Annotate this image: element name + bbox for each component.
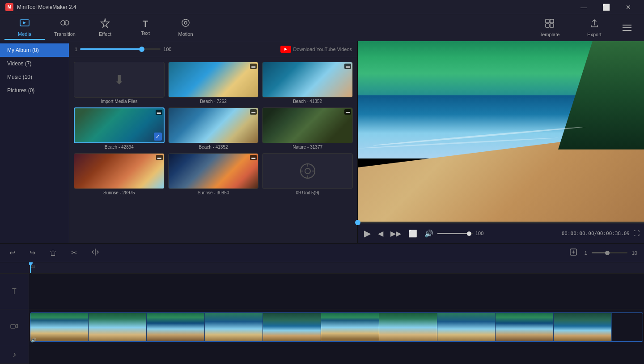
video-clip[interactable] bbox=[30, 313, 643, 342]
step-forward-button[interactable]: ▶▶ bbox=[389, 227, 403, 240]
media-label: Beach - 7262 bbox=[200, 99, 227, 104]
zoom-max-label: 10 bbox=[632, 250, 637, 256]
cut-button[interactable]: ✂ bbox=[68, 247, 80, 259]
list-item[interactable]: ▬ Beach - 41352 bbox=[262, 62, 353, 104]
add-track-button[interactable] bbox=[567, 246, 580, 260]
list-item[interactable]: ▬ Sunrise - 28975 bbox=[74, 153, 165, 195]
toolbar-export[interactable]: Export bbox=[574, 15, 614, 40]
list-item[interactable]: 09 Unit 5(9) bbox=[262, 153, 353, 195]
video-badge: ▬ bbox=[250, 155, 257, 160]
progress-thumb[interactable] bbox=[355, 220, 360, 225]
toolbar-text-label: Text bbox=[141, 30, 150, 36]
redo-button[interactable]: ↪ bbox=[27, 247, 38, 259]
list-item[interactable]: ▬ Nature - 31377 bbox=[262, 107, 353, 150]
video-frame bbox=[30, 313, 89, 342]
beach3-thumb[interactable]: ▬ ✓ bbox=[74, 107, 165, 143]
timeline-tracks: 0s bbox=[29, 262, 644, 364]
sidebar-item-videos[interactable]: Videos (7) bbox=[0, 57, 69, 70]
ruler-label bbox=[0, 262, 29, 274]
volume-value: 100 bbox=[475, 231, 483, 236]
slider-fill bbox=[80, 48, 140, 50]
video-track[interactable]: 🔊 bbox=[29, 309, 644, 345]
volume-thumb[interactable] bbox=[467, 231, 471, 236]
step-back-button[interactable]: ◀ bbox=[376, 227, 385, 240]
zoom-slider-track[interactable] bbox=[80, 48, 161, 50]
media-label: Beach - 41352 bbox=[199, 145, 228, 150]
list-item[interactable]: ▬ ✓ Beach - 42894 bbox=[74, 107, 165, 150]
zoom-thumb[interactable] bbox=[605, 251, 610, 255]
toolbar-transition[interactable]: Transition bbox=[45, 15, 85, 40]
beach4-thumb[interactable]: ▬ bbox=[168, 107, 259, 143]
zoom-slider-container: 1 100 bbox=[75, 47, 277, 52]
beach1-thumb[interactable]: ▬ bbox=[168, 62, 259, 98]
split-button[interactable] bbox=[89, 246, 102, 260]
video-badge: ▬ bbox=[344, 109, 351, 115]
effect-icon bbox=[100, 18, 110, 30]
play-button[interactable]: ▶ bbox=[362, 226, 373, 240]
sunrise1-thumb[interactable]: ▬ bbox=[74, 153, 165, 189]
youtube-icon bbox=[280, 46, 291, 53]
transition-icon bbox=[60, 18, 70, 30]
svg-rect-6 bbox=[546, 19, 549, 23]
yt-download-button[interactable]: Download YouTube Videos bbox=[280, 46, 352, 53]
sidebar: My Album (8) Videos (7) Music (10) Pictu… bbox=[0, 41, 69, 243]
toolbar-effect[interactable]: Effect bbox=[85, 15, 125, 40]
toolbar-media[interactable]: Media bbox=[4, 15, 45, 40]
maximize-button[interactable]: ⬜ bbox=[596, 0, 616, 14]
beach2-thumb[interactable]: ▬ bbox=[262, 62, 353, 98]
close-button[interactable]: ✕ bbox=[618, 0, 639, 14]
fullscreen-button[interactable]: ⛶ bbox=[633, 230, 640, 237]
toolbar-text[interactable]: T Text bbox=[125, 15, 165, 40]
timeline-toolbar: ↩ ↪ 🗑 ✂ 1 10 bbox=[0, 244, 644, 262]
sunrise2-thumb[interactable]: ▬ bbox=[168, 153, 259, 189]
video-frame bbox=[89, 313, 147, 342]
unit-icon bbox=[299, 162, 317, 180]
toolbar-motion[interactable]: Motion bbox=[165, 15, 206, 40]
undo-button[interactable]: ↩ bbox=[7, 247, 18, 259]
unit-thumb[interactable] bbox=[262, 153, 353, 189]
svg-rect-9 bbox=[550, 24, 554, 27]
app-title: MiniTool MovieMaker 2.4 bbox=[17, 4, 76, 10]
time-display: 00:00:00.00/00:00:38.09 bbox=[562, 231, 630, 236]
video-badge: ▬ bbox=[250, 64, 257, 69]
minimize-button[interactable]: — bbox=[573, 0, 594, 14]
preview-progress-bar[interactable] bbox=[358, 222, 644, 223]
main-toolbar: Media Transition Effect T Text Motion Te… bbox=[0, 14, 644, 41]
list-item[interactable]: ▬ Beach - 7262 bbox=[168, 62, 259, 104]
slider-thumb[interactable] bbox=[139, 47, 144, 52]
list-item[interactable]: ⬇ Import Media Files bbox=[74, 62, 165, 104]
sidebar-item-music[interactable]: Music (10) bbox=[0, 70, 69, 84]
media-panel: 1 100 Download YouTube Videos ⬇ Import M… bbox=[69, 41, 358, 243]
list-item[interactable]: ▬ Sunrise - 30850 bbox=[168, 153, 259, 195]
preview-panel: ▶ ◀ ▶▶ ⬜ 🔊 100 00:00:00.00/00:00:38.09 ⛶ bbox=[358, 41, 644, 243]
toolbar-template[interactable]: Template bbox=[530, 15, 570, 40]
video-track-icon bbox=[10, 322, 18, 332]
delete-button[interactable]: 🗑 bbox=[47, 247, 59, 259]
volume-slider[interactable] bbox=[437, 233, 473, 234]
import-thumb[interactable]: ⬇ bbox=[74, 62, 165, 98]
slider-value: 100 bbox=[163, 47, 171, 52]
video-frame bbox=[379, 313, 437, 342]
svg-point-11 bbox=[305, 168, 310, 174]
preview-image bbox=[358, 41, 644, 222]
playhead[interactable] bbox=[30, 262, 31, 273]
timeline-zoom-slider[interactable] bbox=[592, 252, 627, 253]
crop-button[interactable]: ⬜ bbox=[407, 227, 419, 240]
volume-fill bbox=[437, 233, 468, 234]
timeline-zoom-controls: 1 10 bbox=[567, 246, 637, 260]
svg-rect-13 bbox=[11, 325, 15, 328]
sidebar-item-myalbum[interactable]: My Album (8) bbox=[0, 43, 69, 57]
nature1-thumb[interactable]: ▬ bbox=[262, 107, 353, 143]
video-frame bbox=[147, 313, 205, 342]
sidebar-item-pictures[interactable]: Pictures (0) bbox=[0, 84, 69, 97]
video-frame bbox=[263, 313, 321, 342]
list-item[interactable]: ▬ Beach - 41352 bbox=[168, 107, 259, 150]
hamburger-menu[interactable] bbox=[619, 21, 635, 34]
main-content: My Album (8) Videos (7) Music (10) Pictu… bbox=[0, 41, 644, 243]
music-track-icon: ♪ bbox=[13, 351, 16, 359]
svg-rect-8 bbox=[546, 24, 549, 27]
media-icon bbox=[20, 18, 30, 30]
timeline-ruler: 0s bbox=[29, 262, 644, 274]
timeline-content: T ♪ 0s bbox=[0, 262, 644, 364]
volume-icon[interactable]: 🔊 bbox=[423, 227, 435, 240]
